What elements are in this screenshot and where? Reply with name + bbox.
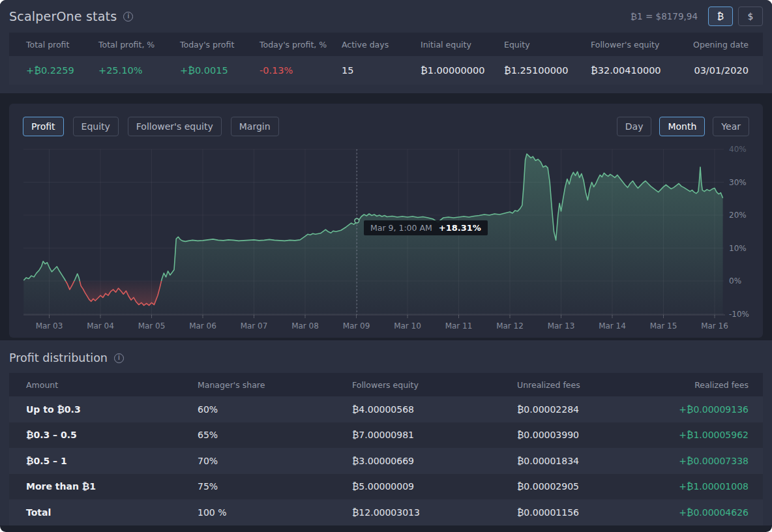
header-right: ₿1 = $8179,94 ₿ $	[631, 7, 763, 26]
profit-chart-svg: 40%30%20%10%0%-10%Mar 03Mar 04Mar 05Mar …	[9, 140, 763, 334]
unrealized-fees-cell: ₿0.00002905	[517, 481, 652, 492]
stats-col-followers-equity: Follower's equity	[591, 40, 691, 50]
stats-col-total-profit-pct: Total profit, %	[98, 40, 180, 50]
unrealized-fees-cell: ₿0.00001834	[517, 456, 652, 466]
stats-col-todays-profit-pct: Today's profit, %	[260, 40, 342, 50]
svg-text:20%: 20%	[729, 211, 747, 220]
todays-profit-value: +₿0.0015	[180, 65, 260, 76]
currency-btc-button[interactable]: ₿	[708, 7, 733, 26]
followers-equity-value: ₿32.00410000	[591, 65, 691, 76]
todays-profit-pct-value: -0.13%	[260, 65, 342, 76]
currency-usd-button[interactable]: $	[738, 7, 763, 26]
unrealized-fees-cell: ₿0.00001156	[517, 507, 652, 518]
managers-share-cell: 60%	[198, 404, 352, 415]
tab-profit[interactable]: Profit	[23, 117, 64, 136]
svg-text:Mar 16: Mar 16	[701, 321, 728, 331]
svg-text:Mar 15: Mar 15	[650, 321, 677, 331]
managers-share-cell: 100 %	[198, 507, 352, 518]
svg-text:Mar 14: Mar 14	[599, 321, 626, 331]
amount-cell: More than ₿1	[26, 481, 198, 492]
unrealized-fees-cell: ₿0.00002284	[517, 404, 652, 415]
unrealized-fees-cell: ₿0.00003990	[517, 430, 652, 440]
dist-col-managers-share: Manager's share	[198, 380, 352, 390]
range-tabs: Day Month Year	[617, 117, 749, 136]
distribution-header-row: Amount Manager's share Followers equity …	[9, 373, 763, 396]
followers-equity-cell: ₿4.00000568	[352, 404, 517, 415]
managers-share-cell: 75%	[198, 481, 352, 492]
header-bar: ScalperOne stats i ₿1 = $8179,94 ₿ $	[0, 0, 772, 33]
dist-col-unrealized-fees: Unrealized fees	[517, 380, 652, 390]
followers-equity-cell: ₿5.00000009	[352, 481, 517, 492]
svg-text:Mar 09: Mar 09	[343, 321, 370, 331]
initial-equity-value: ₿1.00000000	[421, 65, 504, 76]
tab-margin[interactable]: Margin	[231, 117, 279, 136]
managers-share-cell: 65%	[198, 430, 352, 440]
top-section: ScalperOne stats i ₿1 = $8179,94 ₿ $ Tot…	[0, 0, 772, 93]
svg-text:40%: 40%	[729, 145, 747, 154]
followers-equity-cell: ₿7.00000981	[352, 430, 517, 440]
stats-col-total-profit: Total profit	[26, 40, 98, 50]
stats-table: Total profit Total profit, % Today's pro…	[9, 33, 763, 85]
svg-text:Mar 13: Mar 13	[548, 321, 575, 331]
range-day[interactable]: Day	[617, 117, 652, 136]
svg-text:10%: 10%	[729, 244, 747, 253]
managers-share-cell: 70%	[198, 456, 352, 466]
stats-col-initial-equity: Initial equity	[421, 40, 504, 50]
stats-values-row: +₿0.2259 +25.10% +₿0.0015 -0.13% 15 ₿1.0…	[9, 56, 763, 85]
distribution-section: Profit distribution i Amount Manager's s…	[0, 340, 772, 525]
total-profit-value: +₿0.2259	[26, 65, 98, 76]
realized-fees-cell: +₿1.00001008	[652, 481, 763, 492]
svg-text:Mar 05: Mar 05	[138, 321, 166, 331]
info-icon[interactable]: i	[123, 12, 133, 22]
distribution-table: Amount Manager's share Followers equity …	[9, 373, 763, 525]
svg-text:Mar 04: Mar 04	[87, 321, 114, 331]
table-row: More than ₿1 75% ₿5.00000009 ₿0.00002905…	[9, 474, 763, 500]
realized-fees-cell: +₿0.00009136	[652, 404, 763, 415]
active-days-value: 15	[342, 65, 421, 76]
followers-equity-cell: ₿3.00000669	[352, 456, 517, 466]
tab-followers-equity[interactable]: Follower's equity	[128, 117, 222, 136]
stats-col-todays-profit: Today's profit	[180, 40, 260, 50]
svg-text:30%: 30%	[729, 178, 747, 187]
range-month[interactable]: Month	[659, 117, 705, 136]
amount-cell: Total	[26, 507, 198, 518]
amount-cell: ₿0.3 – 0.5	[26, 430, 198, 440]
distribution-rows: Up to ₿0.3 60% ₿4.00000568 ₿0.00002284 +…	[9, 396, 763, 525]
stats-col-equity: Equity	[504, 40, 591, 50]
amount-cell: ₿0.5 – 1	[26, 456, 198, 466]
realized-fees-cell: +₿0.00004626	[652, 507, 763, 518]
dist-col-amount: Amount	[26, 380, 198, 390]
distribution-title-row: Profit distribution i	[0, 340, 772, 373]
chart-tabs-row: Profit Equity Follower's equity Margin D…	[9, 104, 763, 136]
equity-value: ₿1.25100000	[504, 65, 591, 76]
svg-text:0%: 0%	[729, 276, 741, 286]
info-icon[interactable]: i	[114, 353, 124, 363]
profit-chart[interactable]: 40%30%20%10%0%-10%Mar 03Mar 04Mar 05Mar …	[9, 140, 763, 337]
stats-col-active-days: Active days	[342, 40, 421, 50]
stats-header-row: Total profit Total profit, % Today's pro…	[9, 33, 763, 56]
page-title: ScalperOne stats	[9, 9, 117, 23]
svg-text:Mar 08: Mar 08	[291, 321, 319, 331]
table-row: ₿0.3 – 0.5 65% ₿7.00000981 ₿0.00003990 +…	[9, 422, 763, 449]
svg-text:-10%: -10%	[729, 310, 749, 319]
table-row: Up to ₿0.3 60% ₿4.00000568 ₿0.00002284 +…	[9, 396, 763, 422]
opening-date-value: 03/01/2020	[691, 65, 763, 76]
dist-col-followers-equity: Followers equity	[352, 380, 517, 390]
svg-text:Mar 11: Mar 11	[445, 321, 473, 331]
tab-equity[interactable]: Equity	[73, 117, 119, 136]
range-year[interactable]: Year	[713, 117, 749, 136]
table-row-total: Total 100 % ₿12.00003013 ₿0.00001156 +₿0…	[9, 499, 763, 525]
realized-fees-cell: +₿1.00005962	[652, 430, 763, 440]
svg-text:Mar 06: Mar 06	[189, 321, 216, 331]
exchange-rate: ₿1 = $8179,94	[631, 11, 698, 22]
realized-fees-cell: +₿0.00007338	[652, 456, 763, 466]
svg-text:Mar 03: Mar 03	[36, 321, 63, 331]
chart-panel: Profit Equity Follower's equity Margin D…	[9, 104, 763, 338]
distribution-title: Profit distribution	[9, 351, 108, 364]
svg-text:Mar 07: Mar 07	[241, 321, 268, 331]
dist-col-realized-fees: Realized fees	[652, 380, 763, 390]
svg-text:Mar 12: Mar 12	[496, 321, 524, 331]
stats-dashboard: ScalperOne stats i ₿1 = $8179,94 ₿ $ Tot…	[0, 0, 772, 532]
svg-text:Mar 10: Mar 10	[394, 321, 421, 331]
followers-equity-cell: ₿12.00003013	[352, 507, 517, 518]
